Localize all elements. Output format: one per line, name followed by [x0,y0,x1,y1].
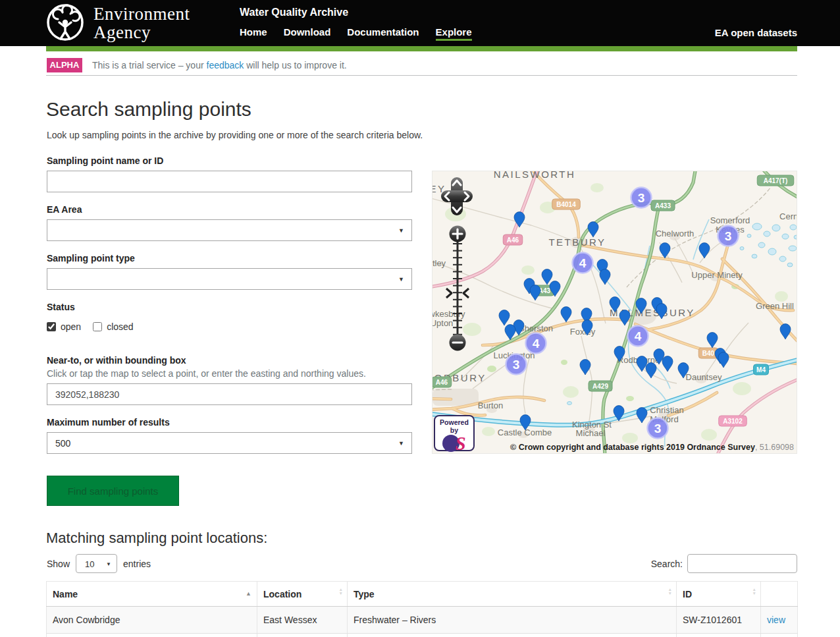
page-size-value: 10 [85,559,94,569]
place-label: Somerford [710,215,750,225]
header: Environment Agency Water Quality Archive… [0,0,840,46]
map-zoom-slider[interactable] [440,225,475,352]
os-s-icon: S [455,435,465,452]
svg-text:3: 3 [513,358,520,372]
map-pin[interactable] [580,360,591,375]
page-size-select[interactable]: 10 ▼ [76,554,117,573]
brand-line2: Agency [93,23,190,42]
map-pan-control[interactable] [440,177,473,216]
map-cluster[interactable]: 4 [573,253,593,273]
sort-icons: ▲▼ [752,588,756,595]
column-header-name[interactable]: Name▲ [47,582,257,607]
cell-empty [257,634,348,637]
status-open-option: open [47,321,81,332]
cell-name: Avon Cowbridge [47,607,257,634]
nav-explore[interactable]: Explore [436,26,472,41]
map-pin[interactable] [707,333,718,348]
nearto-hint: Click or tap the map to select a point, … [47,368,366,379]
nav-documentation[interactable]: Documentation [347,26,419,41]
brand-line1: Environment [93,5,190,23]
map-pin[interactable] [637,408,647,423]
svg-text:A46: A46 [436,379,448,386]
results-table-header-row: Name▲Location▲▼Type▲▼ID▲▼ [47,582,798,607]
view-link[interactable]: view [767,615,785,625]
dropdown-arrow-icon: ▼ [398,440,404,447]
cell-type: Freshwater – Rivers [348,607,677,634]
svg-text:3: 3 [654,422,662,435]
map-pin[interactable] [542,269,552,285]
name-label: Sampling point name or ID [47,155,163,166]
map-pin[interactable] [588,222,598,237]
cell-id: SW-Z1012601 [677,607,761,634]
road-badge-A417(T): A417(T) [757,175,794,186]
map-pin[interactable] [646,363,656,378]
road-badge-M4: M4 [754,364,769,375]
map-pin[interactable] [561,307,571,322]
status-closed-checkbox[interactable] [93,322,102,331]
column-header-location[interactable]: Location▲▼ [257,582,348,607]
results-table: Name▲Location▲▼Type▲▼ID▲▼ Avon Cowbridge… [46,581,798,637]
map-cluster[interactable]: 3 [718,226,739,246]
find-sampling-points-button[interactable]: Find sampling points [47,476,179,506]
ea-area-select[interactable]: ▼ [47,219,412,241]
show-label: Show [47,559,70,569]
dropdown-arrow-icon: ▼ [106,561,111,567]
accent-bar [46,46,797,51]
zoom-in-button[interactable] [450,226,466,242]
cell-action: view [761,607,798,634]
ordnance-survey-logo: Powered by S [434,415,475,451]
status-open-checkbox[interactable] [47,322,56,331]
place-label: NAILSWORTH [494,171,576,180]
map-pin[interactable] [780,324,791,339]
map-pin[interactable] [699,243,710,258]
map-pin[interactable] [718,352,729,368]
search-label: Search: [651,559,683,569]
svg-text:A417(T): A417(T) [764,177,788,184]
svg-text:4: 4 [533,337,540,350]
map-cluster[interactable]: 3 [648,418,668,439]
map-cluster[interactable]: 4 [526,333,546,354]
nav-home[interactable]: Home [240,26,267,41]
map-cluster[interactable]: 3 [631,188,652,208]
svg-text:4: 4 [579,256,587,270]
status-options: openclosed [47,321,134,332]
page: Environment Agency Water Quality Archive… [0,0,840,637]
sampling-point-type-select[interactable]: ▼ [47,268,412,290]
easting-northing-input[interactable] [47,383,412,405]
svg-text:B4014: B4014 [556,201,576,208]
max-results-select[interactable]: 500 ▼ [47,432,412,454]
map-pin[interactable] [530,285,540,300]
map-pin[interactable] [499,310,510,325]
map-pin[interactable] [662,356,673,372]
column-header-id[interactable]: ID▲▼ [677,582,761,607]
road-badge-A46: A46 [503,235,523,245]
nav-download[interactable]: Download [284,26,331,41]
road-badge-B4014: B4014 [552,199,581,209]
name-input[interactable] [47,171,412,192]
map-pin[interactable] [619,310,630,325]
divider [46,75,797,76]
sort-icons: ▲▼ [668,588,672,595]
column-header-type[interactable]: Type▲▼ [348,582,677,607]
alpha-text-before: This is a trial service – your [92,60,207,70]
ea-open-datasets-link[interactable]: EA open datasets [715,27,797,38]
zoom-out-button[interactable] [450,335,466,351]
table-search-input[interactable] [687,554,797,573]
map-pin[interactable] [660,243,670,258]
map[interactable]: NAILSWORTHEYTETBURYMALMESBURYSODBURYSome… [432,171,797,454]
column-header-action[interactable] [761,582,798,607]
svg-text:3: 3 [638,191,645,205]
feedback-link[interactable]: feedback [207,60,244,70]
status-closed-label: closed [107,321,133,332]
svg-text:B40: B40 [702,350,715,357]
mouse-position: , 51.69098 [755,443,794,452]
environment-agency-logo-icon [46,3,84,42]
svg-text:A3102: A3102 [723,418,743,425]
map-cluster[interactable]: 3 [506,354,527,375]
map-canvas: NAILSWORTHEYTETBURYMALMESBURYSODBURYSome… [433,171,797,453]
map-pin[interactable] [637,356,647,372]
type-label: Sampling point type [47,253,135,263]
place-label: Christian [650,405,683,415]
map-cluster[interactable]: 4 [628,326,648,346]
place-label: Michael [576,428,606,438]
